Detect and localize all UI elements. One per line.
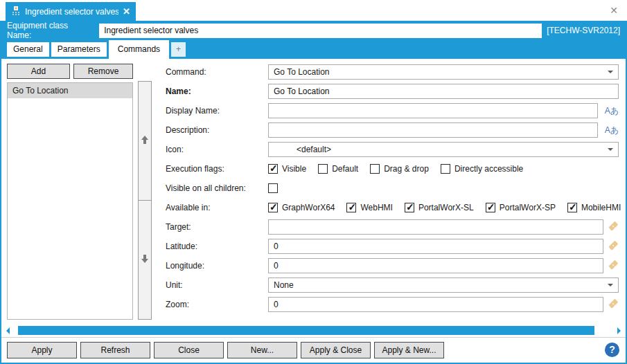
checkbox-icon[interactable] [318,164,328,174]
checkbox-icon[interactable] [486,203,495,212]
checkbox-icon[interactable] [268,203,278,212]
commands-list: Go To Location [7,82,133,320]
execution-flags-label: Execution flags: [166,164,268,174]
checkbox-directly-accessible[interactable]: Directly accessible [441,164,523,174]
icon-dropdown[interactable]: <default> [268,142,619,157]
zoom-input[interactable] [268,297,603,312]
checkbox-visible-on-all-children[interactable] [268,183,282,193]
command-label: Command: [166,67,268,77]
unit-dropdown[interactable]: None [268,277,619,293]
checkbox-portalworx-sp[interactable]: PortalWorX-SP [486,203,556,212]
tag-icon [608,298,619,309]
move-up-button[interactable] [138,81,152,201]
apply-button[interactable]: Apply [7,342,77,358]
latitude-input[interactable] [268,239,603,254]
icon-value: <default> [274,145,331,154]
tab-general[interactable]: General [7,42,49,57]
scrollbar-thumb[interactable] [18,326,594,335]
arrow-up-icon [141,135,149,147]
checkbox-icon[interactable] [441,164,450,174]
tag-icon [608,240,619,251]
available-in-row: Available in: GraphWorX64 WebHMI Port [166,200,619,215]
help-button[interactable]: ? [605,343,619,357]
new-button[interactable]: New... [227,342,297,358]
tab-commands[interactable]: Commands [109,40,169,59]
description-label: Description: [166,125,268,135]
checkbox-icon[interactable] [268,164,278,174]
visible-on-all-children-row: Visible on all children: [166,181,619,196]
checkbox-portalworx-sl[interactable]: PortalWorX-SL [405,203,474,212]
description-row: Description: Aあ [166,122,619,138]
horizontal-scrollbar[interactable] [1,325,626,337]
command-row: Command: Go To Location [166,64,619,80]
zoom-row: Zoom: [166,297,619,312]
equipment-class-name-label: Equipment class Name: [7,21,94,40]
execution-flags-group: Visible Default Drag & drop Directl [268,164,523,174]
close-button[interactable]: Close [154,342,224,358]
available-in-label: Available in: [166,203,268,212]
checkbox-icon[interactable] [346,203,356,212]
list-item[interactable]: Go To Location [8,83,132,98]
command-dropdown[interactable]: Go To Location [268,64,619,80]
chevron-down-icon [608,284,613,289]
longitude-tag-button[interactable] [603,260,619,273]
longitude-label: Longitude: [166,261,268,271]
checkbox-label: Drag & drop [384,164,429,174]
checkbox-label: Visible [282,164,306,174]
target-tag-button[interactable] [603,221,619,234]
localize-description-button[interactable]: Aあ [598,125,619,136]
apply-and-new-button[interactable]: Apply & New... [374,342,444,358]
icon-row: Icon: <default> [166,142,619,157]
description-input[interactable] [268,122,598,138]
checkbox-mobilehmi[interactable]: MobileHMI [567,203,621,212]
tab-parameters[interactable]: Parameters [51,42,107,57]
checkbox-icon[interactable] [370,164,380,174]
available-in-group: GraphWorX64 WebHMI PortalWorX-SL Po [268,203,621,212]
checkbox-label: MobileHMI [581,203,621,212]
refresh-button[interactable]: Refresh [80,342,150,358]
header-bar: Equipment class Name: [TECHW-SVR2012] [1,21,626,40]
longitude-input[interactable] [268,258,603,273]
scroll-left-icon[interactable] [6,327,10,334]
scroll-right-icon[interactable] [617,327,621,334]
equipment-class-editor-window: Ingredient selector valves * ✕ ✕ Equipme… [0,0,627,364]
tab-add[interactable]: + [171,42,186,57]
localization-icon: Aあ [605,106,619,116]
footer-button-bar: Apply Refresh Close New... Apply & Close… [1,337,626,363]
checkbox-icon[interactable] [268,183,278,193]
latitude-label: Latitude: [166,242,268,251]
remove-command-button[interactable]: Remove [73,64,133,79]
document-tab-strip: Ingredient selector valves * ✕ ✕ [0,0,627,21]
tag-icon [608,260,619,271]
longitude-row: Longitude: [166,258,619,273]
checkbox-visible[interactable]: Visible [268,164,306,174]
target-row: Target: [166,219,619,235]
document-tab[interactable]: Ingredient selector valves * ✕ [6,2,136,21]
pane-close-icon[interactable]: ✕ [608,4,620,17]
zoom-tag-button[interactable] [603,298,619,311]
checkbox-label: WebHMI [360,203,392,212]
checkbox-icon[interactable] [567,203,577,212]
checkbox-webhmi[interactable]: WebHMI [346,203,392,212]
arrow-down-icon [141,254,149,266]
apply-and-close-button[interactable]: Apply & Close [301,342,371,358]
equipment-class-icon [11,6,21,17]
display-name-input[interactable] [268,103,598,118]
move-down-button[interactable] [138,201,152,320]
checkbox-icon[interactable] [405,203,414,212]
checkbox-label: PortalWorX-SL [418,203,474,212]
target-input[interactable] [268,219,603,235]
target-label: Target: [166,222,268,232]
name-input[interactable] [268,84,619,99]
execution-flags-row: Execution flags: Visible Default Drag [166,161,619,176]
add-command-button[interactable]: Add [7,64,70,79]
checkbox-drag-drop[interactable]: Drag & drop [370,164,429,174]
localize-display-name-button[interactable]: Aあ [598,105,619,117]
checkbox-default[interactable]: Default [318,164,358,174]
checkbox-graphworx64[interactable]: GraphWorX64 [268,203,335,212]
document-tab-close-icon[interactable]: ✕ [123,6,130,17]
icon-label: Icon: [166,145,268,154]
equipment-class-name-input[interactable] [99,24,542,38]
latitude-tag-button[interactable] [603,240,619,253]
name-row: Name: [166,84,619,99]
